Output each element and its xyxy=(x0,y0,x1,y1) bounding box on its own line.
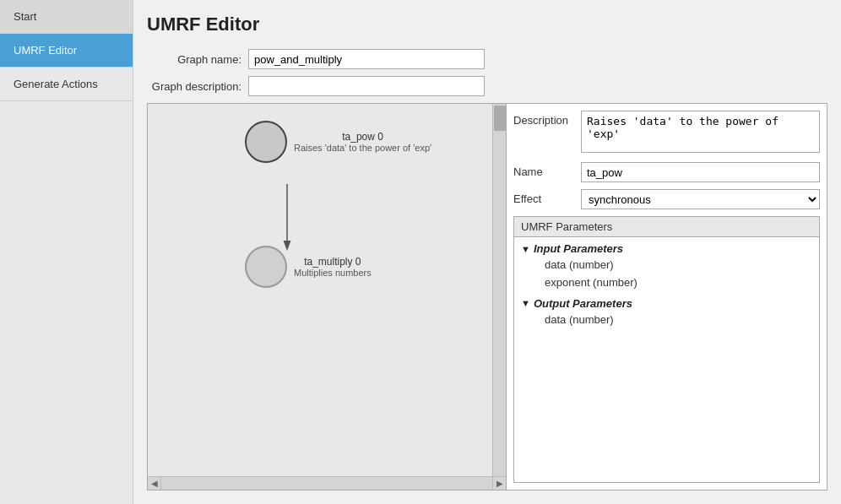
node-ta-multiply[interactable]: ta_multiply 0 Multiplies numbers xyxy=(245,246,372,290)
input-params-label: Input Parameters xyxy=(534,242,623,255)
effect-select[interactable]: synchronous asynchronous synchronous_blo… xyxy=(581,189,820,209)
umrf-params-content: ▼ Input Parameters data (number) exponen… xyxy=(514,237,819,339)
prop-description-row: Description Raises 'data' to the power o… xyxy=(513,111,820,155)
input-param-data: data (number) xyxy=(521,257,812,274)
main-content: UMRF Editor Graph name: Graph descriptio… xyxy=(133,0,841,504)
node-ta-multiply-circle xyxy=(245,246,287,288)
node-ta-pow-title: ta_pow 0 xyxy=(294,131,431,143)
prop-name-value xyxy=(581,162,820,182)
prop-effect-value: synchronous asynchronous synchronous_blo… xyxy=(581,189,820,209)
sidebar: Start UMRF Editor Generate Actions xyxy=(0,0,133,504)
description-textarea[interactable]: Raises 'data' to the power of 'exp' xyxy=(581,111,820,153)
sidebar-item-start-label: Start xyxy=(14,10,36,23)
umrf-params-header: UMRF Parameters xyxy=(514,217,819,237)
graph-desc-label: Graph description: xyxy=(147,80,248,93)
horizontal-scrollbar[interactable]: ◀ ▶ xyxy=(148,476,506,490)
output-params-header: ▼ Output Parameters xyxy=(521,297,812,310)
vertical-scrollbar-thumb[interactable] xyxy=(494,106,506,131)
sidebar-item-umrf-editor-label: UMRF Editor xyxy=(14,44,77,57)
sidebar-item-umrf-editor[interactable]: UMRF Editor xyxy=(0,34,133,68)
prop-name-row: Name xyxy=(513,162,820,182)
graph-container: ta_pow 0 Raises 'data' to the power of '… xyxy=(147,103,507,490)
page-title: UMRF Editor xyxy=(147,14,827,35)
sidebar-item-start[interactable]: Start xyxy=(0,0,133,34)
output-params-collapse-icon[interactable]: ▼ xyxy=(521,298,530,308)
graph-scroll-area: ta_pow 0 Raises 'data' to the power of '… xyxy=(148,104,506,476)
node-ta-multiply-title: ta_multiply 0 xyxy=(294,256,372,268)
prop-description-label: Description xyxy=(513,111,581,127)
node-ta-pow[interactable]: ta_pow 0 Raises 'data' to the power of '… xyxy=(245,121,431,165)
graph-desc-input[interactable] xyxy=(248,76,485,96)
scroll-left-button[interactable]: ◀ xyxy=(148,477,161,490)
graph-desc-row: Graph description: xyxy=(147,76,827,96)
prop-name-label: Name xyxy=(513,162,581,178)
scroll-right-button[interactable]: ▶ xyxy=(492,477,506,490)
input-params-header: ▼ Input Parameters xyxy=(521,242,812,255)
name-input[interactable] xyxy=(581,162,820,182)
content-area: ta_pow 0 Raises 'data' to the power of '… xyxy=(147,103,827,490)
prop-description-value: Raises 'data' to the power of 'exp' xyxy=(581,111,820,155)
properties-panel: Description Raises 'data' to the power o… xyxy=(507,103,827,490)
node-ta-pow-circle xyxy=(245,121,287,163)
vertical-scrollbar[interactable] xyxy=(492,104,506,476)
graph-name-input[interactable] xyxy=(248,49,485,69)
graph-name-row: Graph name: xyxy=(147,49,827,69)
node-ta-multiply-desc: Multiplies numbers xyxy=(294,268,372,278)
output-params-label: Output Parameters xyxy=(534,297,632,310)
input-param-exponent: exponent (number) xyxy=(521,274,812,292)
graph-canvas: ta_pow 0 Raises 'data' to the power of '… xyxy=(148,104,506,476)
output-param-data: data (number) xyxy=(521,312,812,329)
prop-effect-row: Effect synchronous asynchronous synchron… xyxy=(513,189,820,209)
output-params-group: ▼ Output Parameters data (number) xyxy=(521,297,812,329)
sidebar-item-generate-actions[interactable]: Generate Actions xyxy=(0,68,133,101)
input-params-collapse-icon[interactable]: ▼ xyxy=(521,244,530,254)
scroll-track[interactable] xyxy=(161,477,492,490)
umrf-params-section: UMRF Parameters ▼ Input Parameters data … xyxy=(513,216,820,483)
sidebar-item-generate-actions-label: Generate Actions xyxy=(14,78,98,90)
graph-name-label: Graph name: xyxy=(147,53,248,66)
input-params-group: ▼ Input Parameters data (number) exponen… xyxy=(521,242,812,292)
node-ta-pow-desc: Raises 'data' to the power of 'exp' xyxy=(294,143,431,153)
prop-effect-label: Effect xyxy=(513,189,581,205)
